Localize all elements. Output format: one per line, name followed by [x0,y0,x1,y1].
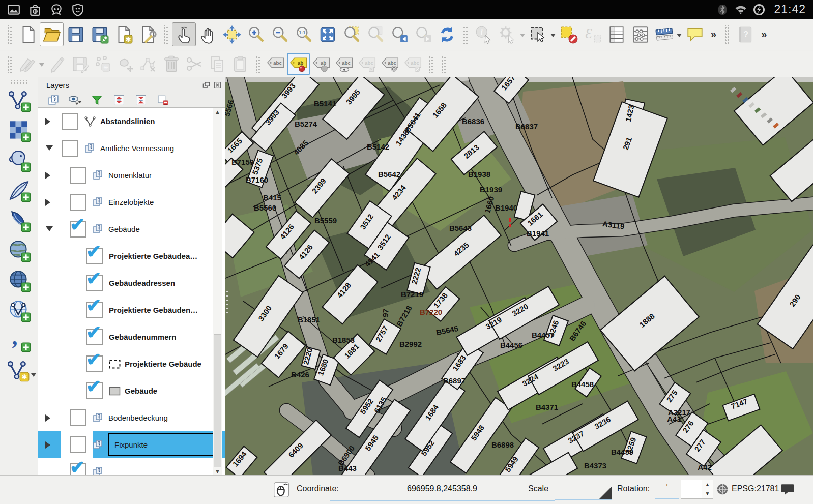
label-options-button[interactable]: abc [264,53,287,75]
overflow-button[interactable]: » [757,28,771,40]
layer-checkbox[interactable]: ✔ [86,248,103,264]
panel-splitter[interactable] [225,290,229,313]
zoom-out-button[interactable] [268,22,292,46]
toolbar-handle[interactable] [428,55,433,73]
layer-item-abstandslinien[interactable]: Abstandslinien [38,108,225,135]
add-delimited-text-layer-button[interactable]: , [4,325,35,355]
scroll-thumb[interactable] [214,334,221,467]
layer-checkbox[interactable]: ✔ [86,382,103,399]
save-project-as-button[interactable] [88,22,111,46]
rotation-value-field[interactable]: ʹ [655,483,679,499]
scale-dropdown-icon[interactable] [599,487,612,499]
layer-item-geb-ude[interactable]: ✔Gebäude [38,216,225,243]
layer-item-projektierte-geb-uden[interactable]: ✔Projektierte Gebäuden… [38,297,225,323]
scroll-down-icon[interactable]: ▼ [213,467,222,476]
toolbar-handle[interactable] [441,55,446,73]
dropdown-caret-icon[interactable] [550,34,556,40]
add-wms-layer-button[interactable] [4,235,35,265]
close-panel-icon[interactable] [213,81,222,90]
composer-manager-button[interactable] [135,22,159,46]
toolbar-handle[interactable] [7,25,12,44]
rotation-spinbox[interactable] [681,480,702,499]
refresh-map-button[interactable] [435,22,459,46]
messages-icon[interactable] [780,483,795,496]
new-composer-button[interactable]: ✱ [111,22,135,46]
layer-checkbox[interactable]: ✔ [86,355,103,372]
measure-line-button[interactable] [652,22,676,46]
dropdown-caret-icon[interactable] [31,373,36,379]
zoom-full-button[interactable] [315,22,339,46]
add-raster-layer-button[interactable] [4,115,35,145]
toolbar-overflow-icon[interactable]: » [711,28,716,40]
layer-checkbox[interactable] [70,409,86,426]
manage-layer-visibility-button[interactable] [66,93,83,106]
toolbar-handle[interactable] [10,79,28,84]
expander-icon[interactable] [38,216,61,243]
save-project-button[interactable] [64,22,88,46]
open-project-button[interactable] [40,22,64,46]
add-wcs-layer-button[interactable] [4,265,35,295]
add-mssql-layer-button[interactable] [4,205,35,235]
pan-to-selection-button[interactable] [220,22,244,46]
extents-toggle-icon[interactable] [273,482,289,498]
map-canvas[interactable]: 5566399339933995B5141B5274B5142B56411658… [225,77,813,476]
scale-combobox[interactable] [555,481,612,500]
layer-item-nomenklatur[interactable]: Nomenklatur [38,162,225,189]
layer-item-fixpunkte[interactable]: Fixpunkte [38,431,225,458]
layer-item-projektierte-geb-udea[interactable]: ✔Projektierte Gebäudea… [38,243,225,270]
aerial-map[interactable]: 5566399339933995B5141B5274B5142B56411658… [225,77,813,476]
open-attribute-table-button[interactable] [604,22,628,46]
show-hide-labels-button[interactable]: abc [333,53,356,75]
layer-checkbox[interactable] [70,436,86,453]
collapse-all-button[interactable] [132,93,149,106]
expander-icon[interactable] [38,135,61,162]
toolbar-handle[interactable] [255,55,260,73]
expander-icon[interactable] [38,162,61,189]
zoom-to-selection-button[interactable] [339,22,363,46]
highlight-pinned-labels-button[interactable]: ab [310,53,333,75]
add-group-button[interactable] [44,93,62,106]
toolbar-handle[interactable] [724,25,730,44]
dropdown-caret-icon[interactable] [39,63,44,69]
layer-checkbox[interactable]: ✔ [86,302,103,318]
expander-icon[interactable] [38,431,61,458]
layer-checkbox[interactable] [62,140,78,157]
pan-map-button[interactable] [196,22,220,46]
add-postgis-layer-button[interactable] [4,145,35,175]
add-vector-layer-button[interactable] [4,85,35,115]
layer-checkbox[interactable]: ✔ [70,221,86,238]
add-wfs-layer-button[interactable] [4,295,35,325]
touch-zoom-button[interactable] [172,22,196,46]
tree-scrollbar[interactable]: ▲ ▼ [213,108,222,476]
coordinate-input[interactable]: 696959.8,245358.9 [330,480,555,501]
layer-checkbox[interactable]: ✔ [70,463,86,476]
layer-item-bodenbedeckung[interactable]: Bodenbedeckung [38,404,225,431]
layer-item-geb-ude[interactable]: ✔Gebäude [38,377,225,404]
toolbar-overflow-icon[interactable]: » [761,28,767,40]
scroll-up-icon[interactable]: ▲ [213,108,222,116]
layer-item-geb-udenummern[interactable]: ✔Gebäudenummern [38,323,225,350]
dropdown-caret-icon[interactable] [520,34,525,40]
toolbar-handle[interactable] [163,25,168,44]
select-features-button[interactable] [526,22,550,46]
show-statistics-button[interactable] [628,22,652,46]
toolbar-handle[interactable] [462,25,468,44]
expander-icon[interactable] [38,404,61,431]
overflow-button[interactable]: » [707,28,720,40]
toolbar-handle[interactable] [7,55,12,73]
zoom-in-button[interactable] [244,22,268,46]
filter-legend-button[interactable] [88,93,105,106]
layer-item-geb-udeadressen[interactable]: ✔Gebäudeadressen [38,270,225,297]
rotation-spin-arrows[interactable]: ▲▼ [702,480,713,499]
deselect-features-button[interactable] [557,22,580,46]
layer-checkbox[interactable] [70,167,86,184]
add-spatialite-layer-button[interactable] [4,175,35,205]
crs-status-icon[interactable] [716,483,729,495]
new-project-button[interactable] [16,22,40,46]
layer-checkbox[interactable]: ✔ [86,329,103,345]
expander-icon[interactable] [38,108,61,135]
layer-item-partial[interactable]: ✔ [38,458,225,476]
layer-item-amtliche-vermessung[interactable]: Amtliche Vermessung [38,135,225,162]
float-panel-icon[interactable] [202,81,211,90]
expand-all-button[interactable] [110,93,127,106]
